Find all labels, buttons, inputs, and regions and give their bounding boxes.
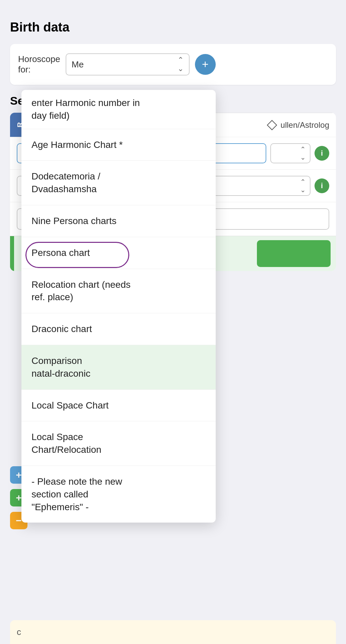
dropdown-item-text-draconic: Draconic chart xyxy=(31,324,92,334)
add-horoscope-button[interactable]: + xyxy=(195,54,216,75)
info-button-1[interactable]: i xyxy=(315,146,329,161)
side-green-icon: + xyxy=(16,493,22,503)
select-arrows-icon: ⌃⌄ xyxy=(178,56,184,73)
chart-type-dropdown: enter Harmonic number inday field) Age H… xyxy=(21,90,216,523)
dropdown-item-text-clipped: enter Harmonic number inday field) xyxy=(31,98,140,121)
info-icon-1: i xyxy=(321,149,323,158)
stepper-arrows-1: ⌃⌄ xyxy=(300,145,306,161)
dropdown-item-text-dodecatemoria: Dodecatemoria /Dvadashamsha xyxy=(31,171,100,194)
dropdown-item-text-ephemeris: - Please note the newsection called"Ephe… xyxy=(31,476,122,512)
horoscope-select-value: Me xyxy=(72,59,84,70)
side-yellow-icon: − xyxy=(16,516,22,526)
page-title: Birth data xyxy=(10,20,336,35)
diamond-icon xyxy=(266,119,278,131)
horoscope-row: Horoscope for: Me ⌃⌄ + xyxy=(18,53,328,75)
diamond-label-text: ullen/Astrolog xyxy=(281,120,329,130)
stepper-select-1[interactable]: ⌃⌄ xyxy=(270,143,310,163)
bottom-card: c xyxy=(10,620,336,644)
dropdown-item-text-local-space: Local Space Chart xyxy=(31,400,109,411)
dropdown-item-text-persona: Persona chart xyxy=(31,248,90,258)
green-action-button[interactable] xyxy=(257,240,331,267)
dropdown-item-persona-chart[interactable]: Persona chart xyxy=(21,237,216,269)
dropdown-item-ephemeris-note[interactable]: - Please note the newsection called"Ephe… xyxy=(21,466,216,523)
dropdown-item-text-relocation: Relocation chart (needsref. place) xyxy=(31,279,131,303)
dropdown-item-text-age-harmonic: Age Harmonic Chart * xyxy=(31,140,123,150)
dropdown-item-text-local-space-relocation: Local SpaceChart/Relocation xyxy=(31,432,101,455)
info-button-2[interactable]: i xyxy=(315,178,329,193)
dropdown-item-relocation[interactable]: Relocation chart (needsref. place) xyxy=(21,269,216,314)
add-icon: + xyxy=(202,58,209,70)
dropdown-item-text-comparison: Comparisonnatal-draconic xyxy=(31,356,90,379)
dropdown-item-local-space-relocation[interactable]: Local SpaceChart/Relocation xyxy=(21,421,216,466)
dropdown-item-draconic[interactable]: Draconic chart xyxy=(21,313,216,345)
dropdown-item-nine-persona[interactable]: Nine Persona charts xyxy=(21,205,216,237)
dropdown-item-dodecatemoria[interactable]: Dodecatemoria /Dvadashamsha xyxy=(21,161,216,205)
horoscope-card: Horoscope for: Me ⌃⌄ + xyxy=(10,44,336,85)
dropdown-item-local-space[interactable]: Local Space Chart xyxy=(21,390,216,422)
dropdown-item-comparison-natal[interactable]: Comparisonnatal-draconic xyxy=(21,345,216,390)
bottom-card-text: c xyxy=(17,627,21,637)
dropdown-item-age-harmonic[interactable]: Age Harmonic Chart * xyxy=(21,129,216,161)
dropdown-item-harmonic-day[interactable]: enter Harmonic number inday field) xyxy=(21,90,216,129)
horoscope-select[interactable]: Me ⌃⌄ xyxy=(66,53,190,75)
dropdown-item-text-nine-persona: Nine Persona charts xyxy=(31,216,117,226)
side-blue-icon: + xyxy=(16,470,22,480)
horoscope-label: Horoscope for: xyxy=(18,54,60,75)
info-icon-2: i xyxy=(321,181,323,190)
stepper-arrows-2: ⌃⌄ xyxy=(300,178,306,194)
green-bar xyxy=(10,236,14,271)
